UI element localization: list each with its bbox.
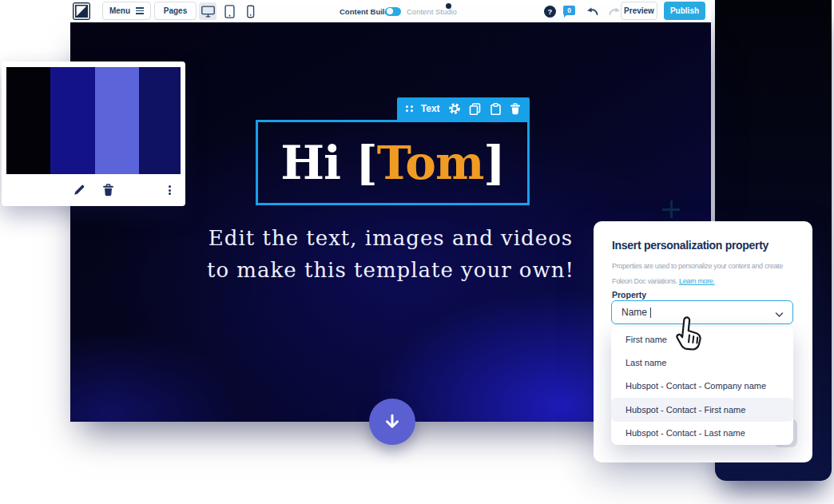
- editor-toolbar: Menu Pages Content Builder Content Studi…: [70, 0, 711, 22]
- trash-icon: [510, 103, 521, 115]
- hand-pointer-icon: [668, 312, 707, 355]
- headline-text: Hi [Tom]: [280, 136, 504, 190]
- clipboard-icon: [490, 103, 502, 115]
- settings-button[interactable]: [448, 102, 461, 115]
- copy-icon: [469, 103, 481, 115]
- preview-button[interactable]: Preview: [621, 2, 657, 20]
- delete-element-button[interactable]: [510, 103, 521, 115]
- phone-view-button[interactable]: [241, 2, 259, 20]
- arrow-down-icon: [380, 410, 404, 434]
- pages-button[interactable]: Pages: [154, 2, 197, 20]
- option-hubspot-last-name[interactable]: Hubspot - Contact - Last name: [611, 422, 793, 445]
- tablet-icon: [222, 4, 237, 19]
- panel-description: Properties are used to personalize your …: [612, 259, 783, 289]
- menu-button[interactable]: Menu: [102, 2, 151, 20]
- help-button[interactable]: ?: [544, 6, 556, 18]
- delete-image-button[interactable]: [97, 180, 118, 200]
- text-caret: [650, 308, 651, 318]
- drag-handle-icon[interactable]: [406, 105, 413, 113]
- studio-notification-dot: [446, 3, 451, 9]
- image-thumbnail[interactable]: [6, 67, 181, 174]
- chevron-down-icon: [775, 309, 784, 320]
- builder-studio-toggle[interactable]: [385, 7, 401, 16]
- trash-icon: [102, 184, 114, 196]
- toggle-knob: [387, 8, 393, 14]
- plus-crosshair-icon: [662, 200, 680, 218]
- property-field-label: Property: [612, 290, 646, 300]
- text-element-toolbar: Text: [397, 97, 530, 120]
- gear-icon: [448, 102, 461, 115]
- learn-more-link[interactable]: Learn more.: [679, 277, 715, 285]
- duplicate-button[interactable]: [469, 103, 481, 115]
- panel-title: Insert personalization property: [612, 239, 768, 252]
- kebab-icon: [169, 184, 171, 196]
- page: Menu Pages Content Builder Content Studi…: [0, 0, 834, 504]
- paste-button[interactable]: [490, 103, 502, 115]
- foleon-logo-icon: [73, 2, 90, 20]
- comments-badge[interactable]: 0: [563, 6, 575, 15]
- desktop-view-button[interactable]: [199, 2, 216, 20]
- option-hubspot-first-name[interactable]: Hubspot - Contact - First name: [611, 398, 793, 421]
- hamburger-icon: [136, 6, 144, 16]
- edit-image-button[interactable]: [69, 180, 89, 200]
- scroll-down-button[interactable]: [369, 399, 415, 445]
- selected-text-element[interactable]: Hi [Tom]: [256, 120, 530, 205]
- selection-type-label: Text: [421, 103, 440, 114]
- tablet-view-button[interactable]: [220, 2, 238, 20]
- pages-label: Pages: [164, 6, 187, 15]
- redo-button[interactable]: [607, 6, 622, 17]
- undo-button[interactable]: [585, 6, 599, 17]
- desktop-icon: [201, 4, 216, 19]
- more-options-button[interactable]: [159, 180, 180, 200]
- menu-label: Menu: [109, 6, 130, 15]
- redo-icon: [608, 6, 622, 16]
- undo-icon: [586, 6, 599, 16]
- phone-icon: [243, 4, 258, 19]
- personalization-token: Tom: [377, 136, 484, 190]
- pencil-icon: [73, 184, 85, 196]
- publish-button[interactable]: Publish: [664, 2, 705, 20]
- property-input-value: Name: [622, 307, 647, 318]
- option-hubspot-company-name[interactable]: Hubspot - Contact - Company name: [611, 375, 793, 398]
- image-card: [2, 62, 185, 206]
